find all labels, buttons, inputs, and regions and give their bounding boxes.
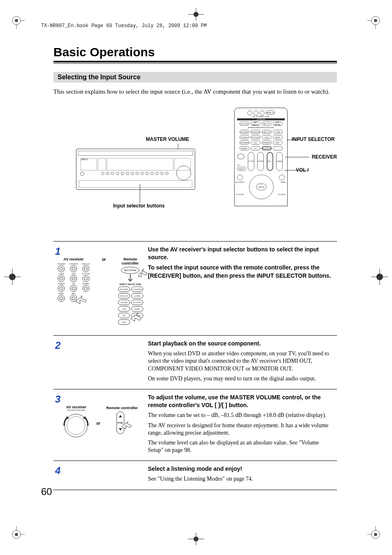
svg-text:GAME: GAME (58, 273, 65, 275)
step2-body1: When you select DVD or another video com… (148, 350, 335, 373)
svg-text:PORT: PORT (59, 292, 64, 295)
callout-receiver: RECEIVER (312, 154, 337, 160)
svg-point-30 (60, 267, 63, 270)
svg-point-38 (58, 275, 65, 282)
svg-point-57 (60, 297, 63, 300)
step3-bold: To adjust the volume, use the MASTER VOL… (148, 394, 321, 408)
regmark-right (371, 269, 388, 287)
svg-text:AUX: AUX (122, 308, 127, 310)
regmark-bottom (188, 533, 204, 547)
callout-input-selector: INPUT SELECTOR (292, 136, 337, 142)
step2-bold: Start playback on the source component. (148, 340, 261, 347)
svg-text:NET: NET (122, 321, 126, 323)
receiver-btn-label: RECEIVER (124, 269, 136, 272)
input-selector-header: INPUT SELECTOR (120, 283, 141, 286)
step-number-2: 2 (55, 340, 145, 351)
step3-body1: The volume can be set to – dB, –81.5 dB … (148, 412, 335, 419)
svg-point-44 (83, 275, 89, 282)
step3-body2: The AV receiver is designed for home the… (148, 422, 335, 437)
svg-marker-89 (119, 415, 122, 417)
rule-thick (53, 61, 337, 62)
svg-text:VCR/DVR: VCR/DVR (69, 263, 78, 265)
svg-text:TV/TAPE: TV/TAPE (133, 302, 141, 304)
front-panel-buttons-icon: DVD/BDVCR/DVRCBL/SATGAMEAUXTV/TAPETUNERC… (55, 261, 92, 311)
cropmark-bl (8, 526, 25, 543)
svg-point-60 (72, 297, 75, 300)
hand-pointer-icon (136, 266, 149, 279)
step-number-4: 4 (55, 465, 145, 477)
svg-point-13 (374, 533, 377, 536)
step3-body3: The volume level can also be displayed a… (148, 439, 335, 454)
svg-point-47 (58, 285, 65, 292)
page-title: Basic Operations (53, 45, 337, 59)
cropmark-tl (8, 12, 25, 29)
diagram-area: MASTER VOLUME ONKYO Input (53, 108, 337, 231)
input-selector-buttons-label: Input selector buttons (113, 203, 165, 209)
svg-marker-90 (119, 428, 122, 431)
input-selector-leader (140, 184, 140, 203)
svg-point-39 (60, 277, 63, 280)
svg-text:NET: NET (71, 292, 76, 295)
svg-text:AUX: AUX (71, 273, 76, 275)
svg-text:GAME: GAME (134, 295, 141, 297)
svg-point-9 (15, 533, 18, 536)
running-header: TX-NR807_En.book Page 60 Tuesday, July 2… (41, 23, 207, 29)
av-receiver-label-3: AV receiver (62, 405, 90, 409)
svg-text:CBL/SAT: CBL/SAT (82, 263, 90, 265)
remote-vol-icon: VOL (112, 410, 132, 439)
master-volume-knob-icon (62, 411, 90, 440)
svg-point-51 (72, 287, 75, 290)
rule-thin (53, 63, 337, 64)
svg-text:DVD/BD: DVD/BD (120, 288, 128, 290)
svg-text:TUNER: TUNER (121, 302, 128, 304)
svg-point-85 (67, 417, 85, 435)
page-number: 60 (41, 486, 52, 497)
svg-point-56 (58, 295, 65, 302)
svg-text:TUNER: TUNER (58, 283, 65, 285)
svg-text:CD: CD (72, 283, 75, 285)
step4-body1: See "Using the Listening Modes" on page … (148, 475, 335, 483)
cropmark-br (367, 526, 384, 543)
section-heading: Selecting the Input Source (53, 72, 337, 83)
step-number-3: 3 (55, 394, 145, 405)
svg-text:VCR/DVR: VCR/DVR (133, 288, 142, 290)
svg-text:TV/TAPE: TV/TAPE (82, 273, 90, 275)
svg-point-54 (84, 287, 88, 290)
svg-point-41 (70, 275, 77, 282)
svg-point-50 (70, 285, 77, 292)
step4-bold: Select a listening mode and enjoy! (148, 465, 242, 472)
svg-point-48 (60, 287, 63, 290)
svg-point-36 (84, 267, 88, 270)
svg-text:CBL/SAT: CBL/SAT (120, 295, 128, 297)
remote-controller-label: Remote controller (116, 257, 145, 265)
svg-text:CD: CD (123, 315, 126, 317)
svg-point-32 (70, 265, 77, 272)
av-receiver-label: AV receiver (55, 257, 92, 261)
svg-point-42 (72, 277, 75, 280)
step1-bold2: To select the input source with the remo… (148, 264, 331, 279)
svg-point-45 (84, 277, 88, 280)
remote-diagram: DISPLAY ON STANDBY ZONE ACTIVITIES ALL O… (234, 108, 288, 206)
svg-point-53 (83, 285, 89, 292)
remote-controller-label-3: Remote controller (106, 406, 138, 410)
step-number-1: 1 (55, 246, 145, 257)
or-label-3: or (95, 421, 102, 426)
svg-point-1 (15, 19, 18, 22)
master-volume-label: MASTER VOLUME (146, 136, 189, 142)
svg-point-29 (58, 265, 65, 272)
svg-point-35 (83, 265, 89, 272)
step2-body2: On some DVD players, you may need to tur… (148, 375, 335, 382)
svg-point-33 (72, 267, 75, 270)
svg-point-59 (70, 295, 77, 302)
step1-bold1: Use the AV receiver's input selector but… (148, 246, 319, 260)
regmark-top (188, 8, 204, 22)
or-label: or (100, 257, 108, 262)
steps-table: 1 AV receiver DVD/BDVCR/DVRCBL/SATGAMEAU… (53, 241, 337, 490)
svg-text:PORT: PORT (135, 308, 140, 310)
svg-text:PHONO: PHONO (82, 283, 90, 285)
svg-point-5 (374, 19, 377, 22)
intro-text: This section explains how to select the … (53, 88, 337, 95)
cropmark-tr (367, 12, 384, 29)
regmark-left (4, 269, 21, 287)
receiver-front-diagram: ONKYO (74, 149, 197, 194)
